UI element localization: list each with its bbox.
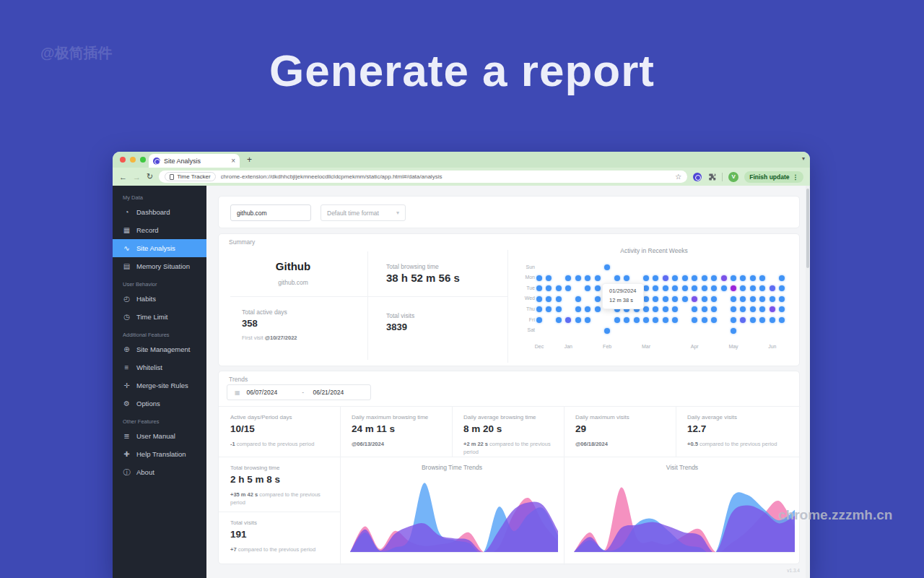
activity-dot[interactable] <box>536 285 542 291</box>
activity-dot[interactable] <box>672 275 678 281</box>
activity-dot[interactable] <box>672 285 678 291</box>
sidebar-item-help-translation[interactable]: ✚Help Translation <box>113 445 206 463</box>
activity-dot[interactable] <box>556 306 562 312</box>
activity-dot[interactable] <box>682 275 688 281</box>
activity-dot[interactable] <box>702 306 707 312</box>
activity-dot[interactable] <box>750 296 756 302</box>
kebab-menu-icon[interactable]: ⋮ <box>793 173 799 181</box>
activity-dot[interactable] <box>604 264 610 270</box>
sidebar-item-site-management[interactable]: ⊕Site Management <box>113 340 206 358</box>
activity-dot[interactable] <box>663 306 668 312</box>
activity-dot[interactable] <box>711 306 717 312</box>
activity-dot[interactable] <box>770 317 775 323</box>
site-input[interactable] <box>230 204 311 221</box>
activity-dot[interactable] <box>672 296 678 302</box>
activity-dot[interactable] <box>585 317 590 323</box>
activity-dot[interactable] <box>702 285 707 291</box>
scrollbar-thumb[interactable] <box>806 189 809 268</box>
date-range-picker[interactable]: ▦ 06/07/2024 - 06/21/2024 <box>227 384 371 400</box>
activity-dot[interactable] <box>702 317 707 323</box>
activity-dot[interactable] <box>770 306 775 312</box>
activity-dot[interactable] <box>721 275 727 281</box>
activity-dot[interactable] <box>653 296 658 302</box>
activity-dot[interactable] <box>759 306 765 312</box>
activity-dot[interactable] <box>779 317 785 323</box>
activity-dot[interactable] <box>643 285 649 291</box>
activity-dot[interactable] <box>624 317 629 323</box>
activity-dot[interactable] <box>565 275 571 281</box>
tab-site-analysis[interactable]: Site Analysis × <box>149 154 240 168</box>
activity-dot[interactable] <box>750 285 756 291</box>
time-format-select[interactable]: Default time format ▾ <box>321 204 406 221</box>
activity-dot[interactable] <box>565 285 571 291</box>
activity-dot[interactable] <box>653 306 658 312</box>
sidebar-item-about[interactable]: ⓘAbout <box>113 463 206 481</box>
activity-dot[interactable] <box>536 306 542 312</box>
sidebar-item-whitelist[interactable]: ≡Whitelist <box>113 358 206 376</box>
activity-dot[interactable] <box>653 275 658 281</box>
activity-dot[interactable] <box>634 317 640 323</box>
activity-dot[interactable] <box>750 306 756 312</box>
activity-dot[interactable] <box>556 296 562 302</box>
activity-dot[interactable] <box>740 317 746 323</box>
tab-search-chevron-icon[interactable]: ▾ <box>802 155 805 162</box>
activity-dot[interactable] <box>711 285 717 291</box>
activity-dot[interactable] <box>663 275 668 281</box>
activity-dot[interactable] <box>546 296 552 302</box>
activity-dot[interactable] <box>624 275 629 281</box>
sidebar-item-merge-site-rules[interactable]: ✛Merge-site Rules <box>113 376 206 394</box>
activity-dot[interactable] <box>702 296 707 302</box>
date-to[interactable]: 06/21/2024 <box>313 389 344 396</box>
address-bar[interactable]: Time Tracker chrome-extension://dkdhhcbj… <box>159 171 687 183</box>
activity-dot[interactable] <box>779 275 785 281</box>
new-tab-button[interactable]: + <box>247 155 252 165</box>
finish-update-button[interactable]: Finish update ⋮ <box>744 171 803 183</box>
activity-dot[interactable] <box>692 306 697 312</box>
activity-dot[interactable] <box>779 306 785 312</box>
activity-dot[interactable] <box>770 296 775 302</box>
activity-dot[interactable] <box>711 296 717 302</box>
activity-dot[interactable] <box>711 317 717 323</box>
sidebar-item-user-manual[interactable]: ≣User Manual <box>113 427 206 445</box>
activity-dot[interactable] <box>653 285 658 291</box>
activity-dot[interactable] <box>575 317 581 323</box>
activity-dot[interactable] <box>595 296 601 302</box>
activity-dot[interactable] <box>682 296 688 302</box>
activity-dot[interactable] <box>595 306 601 312</box>
activity-dot[interactable] <box>643 296 649 302</box>
activity-dot[interactable] <box>536 296 542 302</box>
activity-dot[interactable] <box>692 285 697 291</box>
activity-dot[interactable] <box>731 317 736 323</box>
activity-dot[interactable] <box>595 285 601 291</box>
activity-dot[interactable] <box>575 275 581 281</box>
activity-dot[interactable] <box>546 306 552 312</box>
activity-dot[interactable] <box>663 296 668 302</box>
activity-dot[interactable] <box>565 317 571 323</box>
activity-dot[interactable] <box>770 285 775 291</box>
activity-dot[interactable] <box>546 285 552 291</box>
extension-toolbar-icon[interactable] <box>693 173 702 181</box>
activity-dot[interactable] <box>672 306 678 312</box>
close-window-button[interactable] <box>120 157 126 163</box>
minimize-window-button[interactable] <box>130 157 136 163</box>
activity-dot[interactable] <box>556 317 562 323</box>
activity-dot[interactable] <box>702 275 707 281</box>
activity-dot[interactable] <box>585 285 590 291</box>
activity-dot[interactable] <box>682 285 688 291</box>
activity-dot[interactable] <box>585 275 590 281</box>
activity-dot[interactable] <box>779 296 785 302</box>
maximize-window-button[interactable] <box>140 157 146 163</box>
activity-dot[interactable] <box>731 296 736 302</box>
sidebar-item-options[interactable]: ⚙Options <box>113 394 206 413</box>
activity-dot[interactable] <box>692 296 697 302</box>
activity-dot[interactable] <box>536 317 542 323</box>
extensions-puzzle-icon[interactable] <box>707 173 716 181</box>
activity-dot[interactable] <box>759 317 765 323</box>
activity-dot[interactable] <box>663 317 668 323</box>
activity-dot[interactable] <box>614 275 620 281</box>
activity-dot[interactable] <box>740 285 746 291</box>
activity-dot[interactable] <box>595 275 601 281</box>
activity-dot[interactable] <box>556 285 562 291</box>
activity-dot[interactable] <box>750 275 756 281</box>
activity-dot[interactable] <box>575 296 581 302</box>
